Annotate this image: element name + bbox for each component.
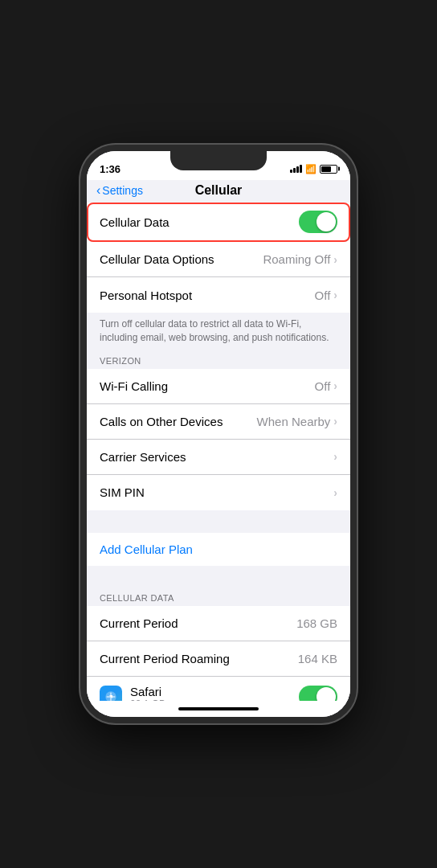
cellular-data-toggle[interactable] — [299, 211, 337, 233]
add-plan-label: Add Cellular Plan — [100, 542, 193, 556]
cellular-data-options-value: Roaming Off — [263, 252, 330, 266]
safari-row[interactable]: Safari 98.1 GB — [87, 677, 350, 701]
page-title: Cellular — [195, 183, 243, 198]
cellular-data-options-right: Roaming Off › — [263, 252, 337, 266]
cellular-data-row[interactable]: Cellular Data — [87, 203, 350, 242]
current-period-row: Current Period 168 GB — [87, 606, 350, 641]
current-period-roaming-value: 164 KB — [298, 652, 337, 665]
current-period-label: Current Period — [100, 616, 178, 630]
verizon-card: Wi-Fi Calling Off › Calls on Other Devic… — [87, 369, 350, 510]
verizon-section-header: VERIZON — [87, 351, 350, 369]
volume-up-button[interactable] — [80, 248, 82, 283]
carrier-services-right: › — [333, 450, 337, 463]
personal-hotspot-row[interactable]: Personal Hotspot Off › — [87, 277, 350, 313]
cellular-data-options-label: Cellular Data Options — [100, 252, 214, 266]
chevron-icon: › — [333, 486, 337, 499]
chevron-icon: › — [333, 289, 337, 301]
calls-other-devices-value: When Nearby — [257, 415, 331, 428]
calls-other-devices-row[interactable]: Calls on Other Devices When Nearby › — [87, 404, 350, 440]
verizon-section: VERIZON Wi-Fi Calling Off › Calls on Oth… — [87, 351, 350, 510]
back-label: Settings — [102, 184, 143, 197]
nav-bar: ‹ Settings Cellular — [87, 180, 350, 203]
back-chevron-icon: ‹ — [96, 184, 100, 197]
cellular-info-text: Turn off cellular data to restrict all d… — [87, 313, 350, 351]
cellular-data-section: CELLULAR DATA Current Period 168 GB Curr… — [87, 588, 350, 701]
add-cellular-plan-row[interactable]: Add Cellular Plan — [87, 533, 350, 566]
wifi-calling-label: Wi-Fi Calling — [100, 379, 168, 393]
cellular-data-options-row[interactable]: Cellular Data Options Roaming Off › — [87, 242, 350, 277]
carrier-services-row[interactable]: Carrier Services › — [87, 440, 350, 475]
wifi-icon: 📶 — [305, 164, 317, 174]
volume-down-button[interactable] — [80, 291, 82, 326]
power-button[interactable] — [355, 231, 357, 272]
current-period-value: 168 GB — [296, 616, 337, 630]
battery-icon — [320, 165, 337, 174]
home-bar[interactable] — [178, 707, 259, 710]
safari-info: Safari 98.1 GB — [130, 685, 165, 701]
calls-other-devices-label: Calls on Other Devices — [100, 415, 223, 428]
safari-app-left: Safari 98.1 GB — [100, 685, 165, 701]
current-period-roaming-label: Current Period Roaming — [100, 652, 230, 665]
add-plan-section: Add Cellular Plan — [87, 533, 350, 566]
wifi-calling-row[interactable]: Wi-Fi Calling Off › — [87, 369, 350, 404]
home-indicator — [87, 701, 350, 717]
wifi-calling-value: Off — [315, 379, 331, 393]
sim-pin-right: › — [333, 486, 337, 499]
chevron-icon: › — [333, 253, 337, 266]
status-bar: 1:36 📶 — [87, 151, 350, 180]
wifi-calling-right: Off › — [315, 379, 337, 393]
current-period-roaming-row: Current Period Roaming 164 KB — [87, 641, 350, 677]
safari-toggle[interactable] — [299, 686, 337, 701]
chevron-icon: › — [333, 415, 337, 428]
back-button[interactable]: ‹ Settings — [96, 184, 143, 197]
screen: 1:36 📶 ‹ Settings Cellular — [87, 151, 350, 717]
top-section: Cellular Data Cellular Data Options Roam… — [87, 203, 350, 351]
safari-icon — [100, 686, 122, 701]
sim-pin-row[interactable]: SIM PIN › — [87, 475, 350, 510]
toggle-knob — [317, 212, 336, 231]
cellular-data-card: Current Period 168 GB Current Period Roa… — [87, 606, 350, 701]
personal-hotspot-right: Off › — [315, 289, 337, 302]
chevron-icon: › — [333, 379, 337, 392]
carrier-services-label: Carrier Services — [100, 450, 186, 464]
mute-switch[interactable] — [80, 215, 82, 240]
chevron-icon: › — [333, 450, 337, 463]
cellular-data-label: Cellular Data — [100, 215, 169, 229]
sim-pin-label: SIM PIN — [100, 485, 145, 499]
calls-other-devices-right: When Nearby › — [257, 415, 337, 428]
safari-name: Safari — [130, 685, 165, 698]
toggle-knob — [317, 687, 336, 701]
top-card: Cellular Data Cellular Data Options Roam… — [87, 203, 350, 313]
divider-space-2 — [87, 566, 350, 588]
status-time: 1:36 — [100, 163, 120, 175]
content-area: Cellular Data Cellular Data Options Roam… — [87, 203, 350, 701]
cellular-data-section-header: CELLULAR DATA — [87, 588, 350, 606]
personal-hotspot-label: Personal Hotspot — [100, 289, 192, 302]
divider-space — [87, 510, 350, 533]
signal-bars-icon — [290, 165, 302, 173]
phone-frame: 1:36 📶 ‹ Settings Cellular — [80, 145, 357, 723]
personal-hotspot-value: Off — [315, 289, 331, 302]
status-icons: 📶 — [290, 164, 337, 174]
